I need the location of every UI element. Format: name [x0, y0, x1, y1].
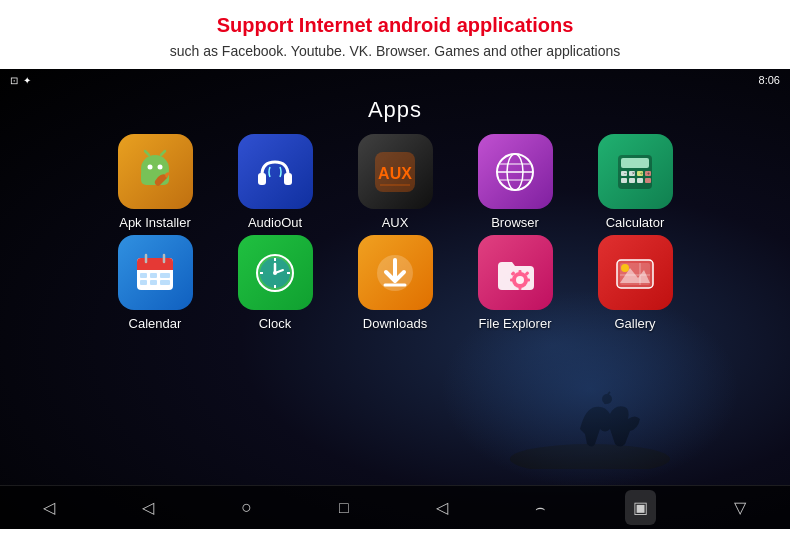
- file-explorer-label: File Explorer: [479, 316, 552, 331]
- svg-rect-40: [140, 280, 147, 285]
- main-title: Support Internet android applications: [20, 14, 770, 37]
- audio-icon-graphic: [250, 147, 300, 197]
- svg-rect-38: [150, 273, 157, 278]
- clock-icon-graphic: [250, 248, 300, 298]
- fileexplorer-icon-graphic: [490, 248, 540, 298]
- status-time: 8:06: [759, 74, 780, 86]
- svg-rect-58: [519, 286, 522, 290]
- svg-text:−: −: [624, 170, 627, 176]
- app-row-1: Apk Installer AudioOut: [100, 134, 690, 230]
- apk-installer-icon[interactable]: [118, 134, 193, 209]
- calendar-icon[interactable]: [118, 235, 193, 310]
- browser-icon[interactable]: [478, 134, 553, 209]
- calc-icon-graphic: − × ÷ +: [610, 147, 660, 197]
- camera-nav-icon[interactable]: ▣: [625, 490, 656, 525]
- app-item-gallery[interactable]: Gallery: [580, 235, 690, 331]
- apk-installer-label: Apk Installer: [119, 215, 191, 230]
- file-explorer-icon[interactable]: [478, 235, 553, 310]
- svg-point-4: [148, 164, 153, 169]
- svg-point-56: [516, 276, 524, 284]
- svg-rect-26: [637, 178, 643, 183]
- app-item-calculator[interactable]: − × ÷ + Calculator: [580, 134, 690, 230]
- svg-rect-9: [284, 173, 292, 185]
- screenshot-icon: ⊡: [10, 75, 18, 86]
- app-item-downloads[interactable]: Downloads: [340, 235, 450, 331]
- settings-nav-icon[interactable]: ▽: [726, 490, 754, 525]
- app-item-calendar[interactable]: Calendar: [100, 235, 210, 331]
- app-item-browser[interactable]: Browser: [460, 134, 570, 230]
- svg-rect-60: [526, 278, 530, 281]
- svg-rect-24: [621, 178, 627, 183]
- volume-nav-icon[interactable]: ◁: [428, 490, 456, 525]
- svg-rect-39: [160, 273, 170, 278]
- app-grid: Apk Installer AudioOut: [0, 134, 790, 336]
- gallery-icon-graphic: [610, 248, 660, 298]
- apps-title: Apps: [0, 97, 790, 123]
- downloads-label: Downloads: [363, 316, 427, 331]
- app-item-audioout[interactable]: AudioOut: [220, 134, 330, 230]
- clock-icon[interactable]: [238, 235, 313, 310]
- svg-rect-57: [519, 270, 522, 274]
- svg-line-7: [161, 151, 165, 155]
- svg-text:×: ×: [632, 170, 635, 176]
- downloads-icon[interactable]: [358, 235, 433, 310]
- svg-rect-34: [137, 266, 173, 270]
- aux-icon-graphic: AUX: [370, 147, 420, 197]
- svg-rect-27: [645, 178, 651, 183]
- app-item-apk-installer[interactable]: Apk Installer: [100, 134, 210, 230]
- top-section: Support Internet android applications su…: [0, 0, 790, 69]
- svg-rect-19: [621, 158, 649, 168]
- svg-text:+: +: [647, 170, 650, 176]
- calculator-label: Calculator: [606, 215, 665, 230]
- calculator-icon[interactable]: − × ÷ +: [598, 134, 673, 209]
- svg-rect-41: [150, 280, 157, 285]
- volume-down-nav-icon[interactable]: ◁: [35, 490, 63, 525]
- svg-rect-8: [258, 173, 266, 185]
- status-left: ⊡ ✦: [10, 75, 31, 86]
- headphone-nav-icon[interactable]: ⌢: [527, 491, 554, 525]
- gallery-icon[interactable]: [598, 235, 673, 310]
- browser-icon-graphic: [490, 147, 540, 197]
- app-item-clock[interactable]: Clock: [220, 235, 330, 331]
- apk-icon-graphic: [130, 147, 180, 197]
- back-nav-icon[interactable]: ◁: [134, 490, 162, 525]
- app-row-2: Calendar: [100, 235, 690, 331]
- audioout-icon[interactable]: [238, 134, 313, 209]
- signal-icon: ✦: [23, 75, 31, 86]
- svg-point-66: [621, 264, 629, 272]
- calendar-label: Calendar: [129, 316, 182, 331]
- svg-rect-25: [629, 178, 635, 183]
- recent-nav-icon[interactable]: □: [331, 491, 357, 525]
- calendar-icon-graphic: [130, 248, 180, 298]
- status-bar: ⊡ ✦ 8:06: [0, 69, 790, 91]
- svg-point-51: [273, 271, 277, 275]
- svg-rect-59: [510, 278, 514, 281]
- clock-label: Clock: [259, 316, 292, 331]
- aux-label: AUX: [382, 215, 409, 230]
- svg-line-6: [145, 151, 149, 155]
- svg-rect-42: [160, 280, 170, 285]
- subtitle: such as Facebook. Youtube. VK. Browser. …: [20, 43, 770, 59]
- downloads-icon-graphic: [370, 248, 420, 298]
- aux-icon[interactable]: AUX: [358, 134, 433, 209]
- svg-text:÷: ÷: [640, 170, 643, 176]
- svg-rect-37: [140, 273, 147, 278]
- app-item-file-explorer[interactable]: File Explorer: [460, 235, 570, 331]
- svg-text:AUX: AUX: [378, 165, 412, 182]
- audioout-label: AudioOut: [248, 215, 302, 230]
- home-nav-icon[interactable]: ○: [233, 489, 260, 526]
- browser-label: Browser: [491, 215, 539, 230]
- app-item-aux[interactable]: AUX AUX: [340, 134, 450, 230]
- svg-point-5: [158, 164, 163, 169]
- gallery-label: Gallery: [614, 316, 655, 331]
- android-screen: ⊡ ✦ 8:06 Apps: [0, 69, 790, 529]
- navigation-bar: ◁ ◁ ○ □ ◁ ⌢ ▣ ▽: [0, 485, 790, 529]
